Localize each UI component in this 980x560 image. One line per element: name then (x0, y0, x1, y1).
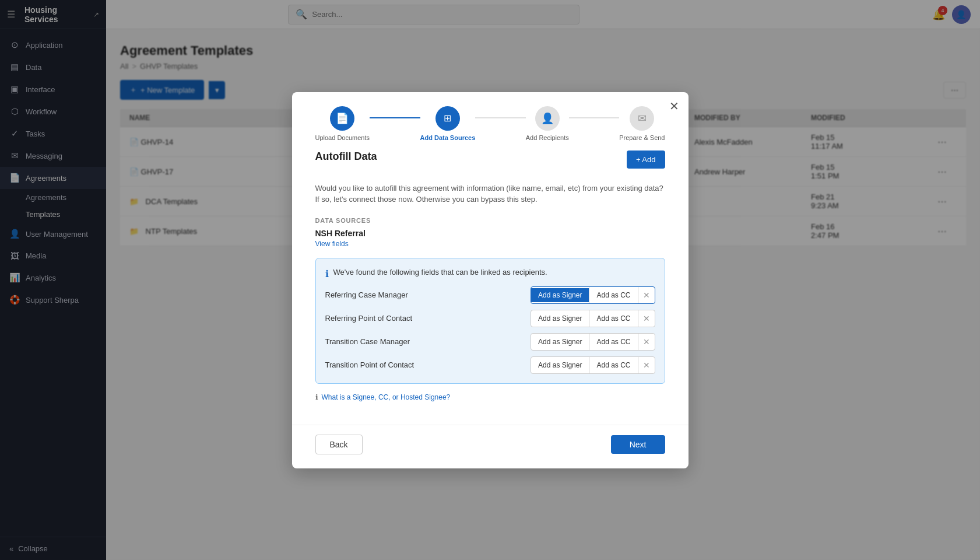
add-as-signer-button-3[interactable]: Add as Signer (531, 358, 589, 372)
step-label-recipients: Add Recipients (526, 134, 569, 141)
stepper: 📄 Upload Documents ⊞ Add Data Sources 👤 … (292, 92, 689, 150)
modal-close-button[interactable]: ✕ (669, 99, 679, 113)
step-label-prepare: Prepare & Send (619, 134, 665, 141)
add-as-signer-button-2[interactable]: Add as Signer (531, 335, 589, 349)
field-actions-0: Add as Signer Add as CC ✕ (531, 286, 655, 304)
step-label-upload: Upload Documents (315, 134, 370, 141)
found-fields-info: ℹ We've found the following fields that … (325, 268, 655, 279)
add-as-cc-button-1[interactable]: Add as CC (589, 312, 637, 326)
modal: ✕ 📄 Upload Documents ⊞ Add Data Sources … (292, 92, 689, 468)
step-data-sources: ⊞ Add Data Sources (420, 106, 476, 141)
step-connector-2 (475, 117, 525, 118)
remove-field-0[interactable]: ✕ (638, 288, 655, 303)
remove-field-3[interactable]: ✕ (638, 358, 655, 373)
modal-body: Autofill Data + Add Would you like to au… (292, 150, 689, 415)
help-text: ℹ What is a Signee, CC, or Hosted Signee… (315, 393, 665, 401)
field-row-2: Transition Case Manager Add as Signer Ad… (325, 333, 655, 351)
field-row-1: Referring Point of Contact Add as Signer… (325, 310, 655, 327)
field-row-0: Referring Case Manager Add as Signer Add… (325, 286, 655, 304)
found-fields-box: ℹ We've found the following fields that … (315, 258, 665, 384)
field-name-0: Referring Case Manager (325, 290, 408, 299)
field-name-3: Transition Point of Contact (325, 360, 415, 369)
add-data-source-button[interactable]: + Add (627, 150, 665, 169)
remove-field-1[interactable]: ✕ (638, 311, 655, 326)
info-icon: ℹ (325, 268, 329, 279)
field-name-2: Transition Case Manager (325, 337, 410, 346)
step-circle-prepare: ✉ (630, 106, 654, 131)
add-as-cc-button-3[interactable]: Add as CC (589, 358, 637, 372)
step-label-data-sources: Add Data Sources (420, 134, 476, 141)
found-fields-message: We've found the following fields that ca… (333, 268, 547, 276)
step-prepare: ✉ Prepare & Send (619, 106, 665, 141)
modal-footer: Back Next (292, 425, 689, 468)
view-fields-link[interactable]: View fields (315, 240, 349, 248)
add-as-cc-button-0[interactable]: Add as CC (589, 288, 637, 302)
autofill-title: Autofill Data (315, 150, 377, 163)
add-as-cc-button-2[interactable]: Add as CC (589, 335, 637, 349)
add-as-signer-button-0[interactable]: Add as Signer (531, 288, 589, 302)
field-name-1: Referring Point of Contact (325, 314, 413, 323)
autofill-header: Autofill Data + Add (315, 150, 665, 178)
field-actions-2: Add as Signer Add as CC ✕ (531, 333, 655, 351)
data-source-item: NSH Referral View fields (315, 229, 665, 249)
help-link[interactable]: What is a Signee, CC, or Hosted Signee? (322, 393, 451, 401)
data-sources-label: DATA SOURCES (315, 217, 665, 224)
help-icon: ℹ (315, 393, 318, 401)
step-connector-3 (569, 117, 619, 118)
modal-overlay: ✕ 📄 Upload Documents ⊞ Add Data Sources … (0, 0, 980, 560)
add-as-signer-button-1[interactable]: Add as Signer (531, 312, 589, 326)
autofill-description: Would you like to autofill this agreemen… (315, 183, 665, 205)
step-connector-1 (370, 117, 420, 118)
step-circle-data-sources: ⊞ (435, 106, 460, 131)
field-actions-3: Add as Signer Add as CC ✕ (531, 356, 655, 374)
step-circle-upload: 📄 (330, 106, 354, 131)
step-recipients: 👤 Add Recipients (526, 106, 569, 141)
remove-field-2[interactable]: ✕ (638, 334, 655, 349)
source-name: NSH Referral (315, 229, 665, 238)
step-upload: 📄 Upload Documents (315, 106, 370, 141)
field-row-3: Transition Point of Contact Add as Signe… (325, 356, 655, 374)
field-actions-1: Add as Signer Add as CC ✕ (531, 310, 655, 327)
next-button[interactable]: Next (611, 435, 665, 454)
back-button[interactable]: Back (315, 435, 363, 454)
step-circle-recipients: 👤 (535, 106, 560, 131)
